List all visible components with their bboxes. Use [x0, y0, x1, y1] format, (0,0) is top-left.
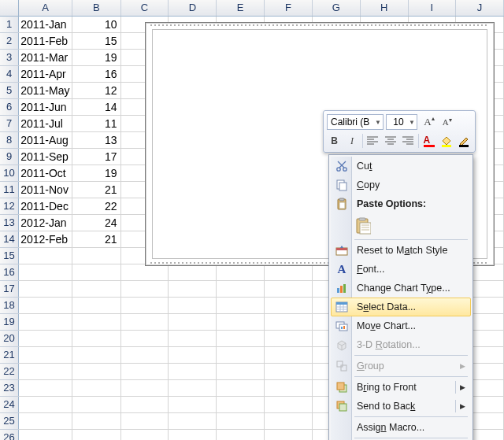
cell[interactable] [72, 380, 120, 397]
cell[interactable] [120, 413, 169, 430]
cell[interactable]: 2011-Jan [19, 17, 72, 33]
row-header[interactable]: 24 [0, 397, 19, 413]
cell[interactable] [217, 298, 265, 314]
cell[interactable] [217, 364, 265, 380]
cell[interactable] [120, 347, 169, 364]
menu-paste-option-default[interactable] [331, 213, 471, 238]
cell[interactable]: 2011-Feb [19, 33, 72, 50]
font-color-button[interactable]: A [421, 133, 436, 149]
row-header[interactable]: 22 [0, 364, 19, 380]
cell[interactable] [265, 380, 313, 397]
cell[interactable] [265, 281, 313, 298]
cell[interactable] [265, 347, 313, 364]
col-header-g[interactable]: G [312, 0, 360, 17]
grow-font-button[interactable]: A▴ [420, 114, 435, 130]
menu-move-chart[interactable]: Move Chart... [331, 316, 471, 335]
cell[interactable] [72, 347, 120, 364]
fill-color-button[interactable] [439, 133, 454, 149]
cell[interactable] [72, 298, 120, 314]
cell[interactable] [19, 248, 72, 264]
col-header-h[interactable]: H [360, 0, 408, 17]
col-header-d[interactable]: D [169, 0, 217, 17]
col-header-f[interactable]: F [265, 0, 313, 17]
cell[interactable]: 2011-Nov [19, 182, 72, 198]
row-header[interactable]: 10 [0, 165, 19, 182]
cell[interactable] [120, 314, 169, 331]
row-header[interactable]: 15 [0, 248, 19, 264]
cell[interactable] [169, 298, 217, 314]
row-header[interactable]: 6 [0, 99, 19, 116]
font-name-combo[interactable]: Calibri (B ▼ [327, 114, 384, 130]
cell[interactable] [19, 413, 72, 430]
cell[interactable] [19, 314, 72, 331]
cell[interactable] [120, 364, 169, 380]
row-header[interactable]: 16 [0, 264, 19, 281]
cell[interactable] [265, 397, 313, 413]
row-header[interactable]: 17 [0, 281, 19, 298]
cell[interactable]: 13 [72, 132, 120, 149]
cell[interactable] [169, 264, 217, 281]
italic-button[interactable]: I [344, 133, 359, 149]
row-header[interactable]: 23 [0, 380, 19, 397]
cell[interactable] [265, 430, 313, 441]
cell[interactable] [217, 331, 265, 347]
cell[interactable] [169, 380, 217, 397]
cell[interactable] [72, 397, 120, 413]
cell[interactable] [265, 314, 313, 331]
cell[interactable] [72, 281, 120, 298]
cell[interactable] [120, 430, 169, 441]
row-header[interactable]: 5 [0, 83, 19, 99]
row-header[interactable]: 7 [0, 116, 19, 132]
cell[interactable]: 17 [72, 149, 120, 165]
cell[interactable] [169, 413, 217, 430]
cell[interactable] [265, 264, 313, 281]
col-header-a[interactable]: A [19, 0, 72, 17]
cell[interactable]: 2011-Dec [19, 198, 72, 215]
cell[interactable] [72, 264, 120, 281]
menu-send-to-back[interactable]: Send to Back ▶ [331, 397, 471, 416]
cell[interactable]: 14 [72, 99, 120, 116]
row-header[interactable]: 11 [0, 182, 19, 198]
cell[interactable] [120, 264, 169, 281]
row-header[interactable]: 13 [0, 215, 19, 231]
shrink-font-button[interactable]: A▾ [438, 114, 454, 130]
cell[interactable] [169, 314, 217, 331]
font-size-combo[interactable]: 10 ▼ [386, 114, 417, 130]
cell[interactable] [217, 413, 265, 430]
row-header[interactable]: 21 [0, 347, 19, 364]
cell[interactable]: 2011-Aug [19, 132, 72, 149]
bold-button[interactable]: B [327, 133, 342, 149]
row-header[interactable]: 19 [0, 314, 19, 331]
row-header[interactable]: 14 [0, 231, 19, 248]
row-header[interactable]: 20 [0, 331, 19, 347]
cell[interactable] [72, 248, 120, 264]
cell[interactable] [72, 314, 120, 331]
menu-bring-to-front[interactable]: Bring to Front ▶ [331, 378, 471, 397]
cell[interactable] [265, 298, 313, 314]
cell[interactable] [169, 331, 217, 347]
row-header[interactable]: 9 [0, 149, 19, 165]
menu-cut[interactable]: Cut [331, 157, 471, 176]
row-header[interactable]: 4 [0, 66, 19, 83]
cell[interactable]: 11 [72, 116, 120, 132]
cell[interactable] [19, 264, 72, 281]
cell[interactable]: 19 [72, 165, 120, 182]
row-header[interactable]: 1 [0, 17, 19, 33]
row-header[interactable]: 2 [0, 33, 19, 50]
outline-color-button[interactable] [457, 133, 472, 149]
cell[interactable] [217, 397, 265, 413]
cell[interactable] [217, 264, 265, 281]
cell[interactable] [169, 281, 217, 298]
col-header-j[interactable]: J [456, 0, 504, 17]
align-center-button[interactable] [383, 133, 398, 149]
col-header-i[interactable]: I [408, 0, 456, 17]
cell[interactable] [72, 331, 120, 347]
cell[interactable] [19, 281, 72, 298]
menu-assign-macro[interactable]: Assign Macro... [331, 418, 471, 437]
cell[interactable] [120, 281, 169, 298]
cell[interactable] [19, 430, 72, 441]
cell[interactable] [19, 331, 72, 347]
cell[interactable]: 22 [72, 198, 120, 215]
cell[interactable] [217, 430, 265, 441]
cell[interactable]: 2011-Mar [19, 50, 72, 66]
